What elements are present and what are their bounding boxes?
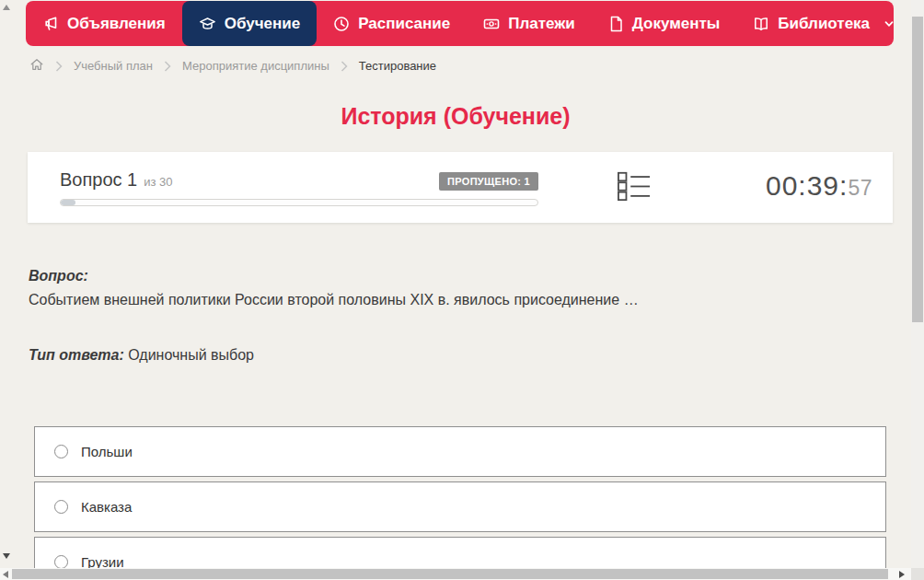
answer-type-label: Тип ответа: bbox=[29, 347, 124, 363]
page-title: История (Обучение) bbox=[0, 103, 911, 130]
question-panel: Вопрос 1 из 30 ПРОПУЩЕНО: 1 bbox=[28, 152, 893, 223]
progress-fill bbox=[61, 200, 75, 205]
progress-bar bbox=[60, 199, 538, 206]
nav-item-library[interactable]: Библиотека bbox=[736, 1, 911, 46]
answer-option[interactable]: Польши bbox=[34, 426, 886, 477]
nav-item-label: Обучение bbox=[225, 15, 300, 33]
megaphone-icon bbox=[42, 16, 59, 32]
scroll-up-arrow[interactable] bbox=[3, 5, 10, 10]
breadcrumb-discipline-event[interactable]: Мероприятие дисциплины bbox=[182, 59, 329, 73]
chevron-right-icon bbox=[55, 61, 63, 72]
timer-hours-minutes: 00:39: bbox=[766, 170, 848, 202]
nav-item-documents[interactable]: Документы bbox=[592, 1, 737, 46]
question-total: из 30 bbox=[144, 175, 172, 189]
nav-item-schedule[interactable]: Расписание bbox=[317, 1, 467, 46]
banknote-icon bbox=[483, 16, 500, 32]
question-progress-block: Вопрос 1 из 30 ПРОПУЩЕНО: 1 bbox=[60, 168, 538, 206]
horizontal-scrollbar-thumb[interactable] bbox=[12, 569, 888, 579]
nav-item-label: Объявления bbox=[67, 15, 166, 33]
home-icon[interactable] bbox=[29, 57, 44, 75]
answer-option-label: Кавказа bbox=[81, 499, 132, 515]
radio-icon[interactable] bbox=[54, 445, 68, 458]
document-icon bbox=[608, 16, 624, 32]
chevron-right-icon bbox=[341, 61, 348, 72]
breadcrumb: Учебный план Мероприятие дисциплины Тест… bbox=[29, 57, 436, 75]
question-list-icon bbox=[617, 169, 652, 206]
question-number: Вопрос 1 bbox=[60, 169, 137, 191]
chevron-down-icon bbox=[884, 18, 895, 29]
nav-item-label: Библиотека bbox=[778, 15, 870, 33]
scroll-left-arrow[interactable] bbox=[3, 571, 8, 578]
nav-item-label: Документы bbox=[632, 15, 721, 33]
skipped-badge: ПРОПУЩЕНО: 1 bbox=[439, 172, 538, 191]
graduation-cap-icon bbox=[199, 16, 216, 32]
scroll-right-arrow[interactable] bbox=[899, 571, 905, 578]
radio-icon[interactable] bbox=[54, 500, 68, 514]
chevron-right-icon bbox=[164, 61, 171, 72]
breadcrumb-testing: Тестирование bbox=[359, 59, 436, 73]
question-label: Вопрос: bbox=[29, 268, 88, 284]
nav-item-label: Платежи bbox=[508, 15, 575, 33]
vertical-scrollbar-thumb[interactable] bbox=[912, 17, 923, 322]
question-text: Событием внешней политики России второй … bbox=[29, 292, 884, 308]
timer-seconds: 57 bbox=[848, 176, 872, 201]
answer-option-label: Польши bbox=[81, 444, 133, 459]
answer-option[interactable]: Кавказа bbox=[34, 481, 886, 532]
nav-item-announcements[interactable]: Объявления bbox=[26, 1, 182, 46]
main-navbar: Объявления Обучение Расписание Платежи Д… bbox=[26, 1, 894, 46]
nav-item-payments[interactable]: Платежи bbox=[467, 1, 592, 46]
scrollbar-corner bbox=[911, 568, 924, 580]
radio-icon[interactable] bbox=[54, 555, 68, 569]
vertical-scrollbar[interactable] bbox=[911, 0, 924, 568]
question-list-button[interactable] bbox=[615, 168, 653, 207]
scroll-down-arrow[interactable] bbox=[3, 553, 10, 559]
clock-icon bbox=[333, 16, 350, 32]
timer: 00:39:57 bbox=[766, 170, 872, 202]
test-page: Объявления Обучение Расписание Платежи Д… bbox=[0, 0, 924, 580]
answer-type-value: Одиночный выбор bbox=[128, 347, 254, 363]
answer-type-row: Тип ответа: Одиночный выбор bbox=[29, 347, 254, 364]
breadcrumb-curriculum[interactable]: Учебный план bbox=[74, 59, 153, 73]
nav-item-learning[interactable]: Обучение bbox=[182, 1, 317, 46]
horizontal-scrollbar[interactable] bbox=[0, 568, 911, 580]
nav-item-label: Расписание bbox=[358, 15, 450, 33]
book-icon bbox=[753, 16, 769, 32]
